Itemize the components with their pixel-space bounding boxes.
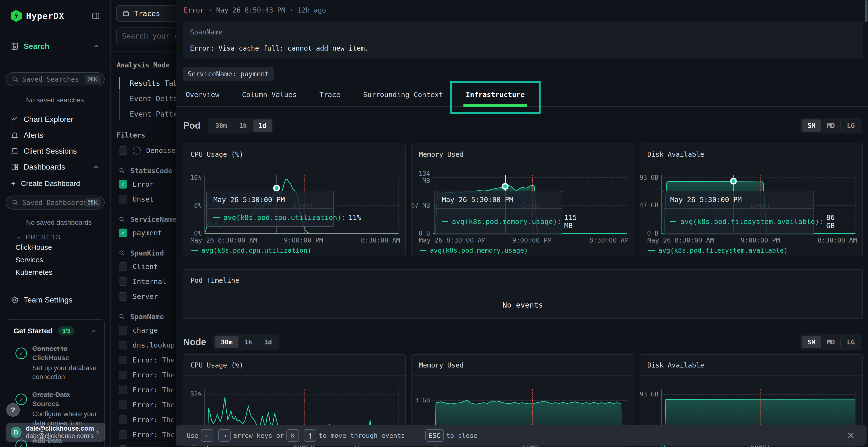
checkbox[interactable] [119,431,127,439]
user-menu[interactable]: D dale@clickhouse.com dale@clickhouse.co… [6,423,105,442]
denoise-checkbox[interactable] [119,146,127,155]
checkbox[interactable] [119,341,127,349]
legend-swatch [648,250,655,251]
get-started-header[interactable]: Get Started 3/3 [13,326,97,336]
checkbox[interactable] [119,401,127,409]
checkbox[interactable] [119,262,127,271]
saved-dashboards-box[interactable]: ⌘K [6,196,105,209]
right-arrow-key-hint: → [218,429,231,442]
segment-30m[interactable]: 30m [210,119,233,132]
filter-option-label: Internal [133,277,166,286]
chart-tooltip: May 26 5:30:00 PMavg(k8s.pod.cpu.utiliza… [206,191,334,227]
x-axis-labels: May 26 8:30:00 AM9:00:00 PM8:30:00 AM [433,234,627,245]
step-title: Connect to ClickHouse [32,344,97,363]
search-icon [11,76,19,83]
tooltip-series-value: 11% [348,213,361,221]
segment-lg[interactable]: LG [841,336,861,348]
help-button[interactable]: ? [6,403,20,417]
tooltip-series-row: avg(k8s.pod.cpu.utilization):11% [207,209,334,227]
service-name-chip[interactable]: ServiceName: payment [183,67,274,81]
segment-sm[interactable]: SM [802,119,821,132]
tooltip-series-value: 86 GB [826,213,835,230]
saved-dashboards-input[interactable] [22,199,85,207]
sidebar-item-dashboards[interactable]: Dashboards [0,159,111,175]
app-title: HyperDX [26,11,64,21]
segment-md[interactable]: MD [821,119,841,132]
segment-1h[interactable]: 1h [239,336,258,348]
tooltip-series-name: avg(k8s.pod.memory.usage): [452,217,561,226]
chart-legend: avg(k8s.pod.memory.usage) [420,247,627,254]
y-axis-tick: 0% [194,230,202,237]
y-axis-tick: 3 GB [415,397,430,404]
segment-1h[interactable]: 1h [234,119,253,132]
chart-plot[interactable]: 16%8%0%EventMay 26 5:30:00 PMavg(k8s.pod… [205,175,399,234]
segment-sm[interactable]: SM [802,336,821,348]
tab-surrounding-context[interactable]: Surrounding Context [363,91,443,106]
presets-toggle[interactable]: PRESETS [16,234,111,241]
tooltip-series-name: avg(k8s.pod.cpu.utilization): [223,213,345,221]
footer-text: to move through events [319,432,405,439]
chart-legend: avg(k8s.pod.filesystem.available) [648,247,856,254]
checkbox[interactable] [119,356,127,365]
presets-label: PRESETS [26,234,61,241]
get-started-step[interactable]: ✓ Create Data Sources Configure where yo… [13,390,97,427]
checkbox[interactable] [119,292,127,301]
filter-group-name: SpanKind [130,249,164,257]
checkbox[interactable] [119,415,127,424]
create-dashboard-label: Create Dashboard [21,179,80,187]
divider [0,64,111,64]
tooltip-series-name: avg(k8s.pod.filesystem.available): [680,217,824,226]
close-icon[interactable] [846,431,856,441]
search-icon [119,167,125,174]
checkbox[interactable] [119,445,127,447]
saved-searches-box[interactable]: ⌘K [6,72,105,86]
tab-overview[interactable]: Overview [186,91,219,106]
sidebar-item-chart-explorer[interactable]: Chart Explorer [0,111,111,127]
tab-column-values[interactable]: Column Values [242,91,297,106]
chevron-up-icon [90,328,97,334]
checkbox[interactable] [119,195,127,204]
segment-30m[interactable]: 30m [215,336,239,348]
event-tabs: Overview Column Values Trace Surrounding… [176,91,868,107]
chart-plot[interactable]: 134 MB67 MB0 BEventMay 26 5:30:00 PMavg(… [433,175,627,234]
checkbox[interactable] [119,277,127,286]
sidebar-item-alerts[interactable]: Alerts [0,127,111,143]
x-axis-label: 9:00:00 PM [513,237,552,244]
checkbox[interactable] [119,386,127,394]
create-dashboard-button[interactable]: + Create Dashboard [0,177,111,190]
reader-icon [10,42,19,50]
collapse-sidebar-icon[interactable] [92,12,100,20]
checkbox[interactable] [119,229,127,237]
span-name-label: SpanName [190,28,856,36]
node-size-control: SMMDLG [800,334,862,350]
tab-trace[interactable]: Trace [319,91,340,106]
segment-lg[interactable]: LG [841,119,861,132]
tab-label: Infrastructure [466,91,525,99]
hover-point-marker [273,185,280,192]
pod-cpu-chart-card: CPU Usage (%) 16%8%0%EventMay 26 5:30:00… [183,143,406,256]
check-circle-icon: ✓ [16,393,27,405]
search-icon [119,313,125,320]
sidebar-item-team-settings[interactable]: Team Settings [0,292,111,308]
preset-services[interactable]: Services [16,253,111,266]
checkbox[interactable] [119,180,127,188]
footer-text: arrow keys or [233,432,284,439]
app-screen: HyperDX Search ⌘K No saved searches Char… [0,0,868,447]
checkbox[interactable] [119,326,127,335]
segment-1d[interactable]: 1d [253,119,272,132]
scrollbar-thumb[interactable] [865,0,868,22]
get-started-step[interactable]: ✓ Connect to ClickHouse Set up your data… [13,344,97,381]
preset-clickhouse[interactable]: ClickHouse [16,241,111,253]
segment-md[interactable]: MD [821,336,841,348]
chart-plot[interactable]: 93 GB47 GB0 BEventMay 26 5:30:00 PMavg(k… [661,175,856,234]
saved-searches-input[interactable] [22,75,85,83]
pod-memory-chart-card: Memory Used 134 MB67 MB0 BEventMay 26 5:… [411,143,634,256]
sidebar-item-client-sessions[interactable]: Client Sessions [0,143,111,159]
chart-title: Disk Available [640,144,862,165]
segment-1d[interactable]: 1d [258,336,278,348]
sidebar-item-label: Client Sessions [24,147,77,156]
preset-kubernetes[interactable]: Kubernetes [16,266,111,279]
tab-infrastructure[interactable]: Infrastructure [466,91,525,106]
checkbox[interactable] [119,371,127,379]
sidebar-item-search[interactable]: Search [0,38,111,54]
